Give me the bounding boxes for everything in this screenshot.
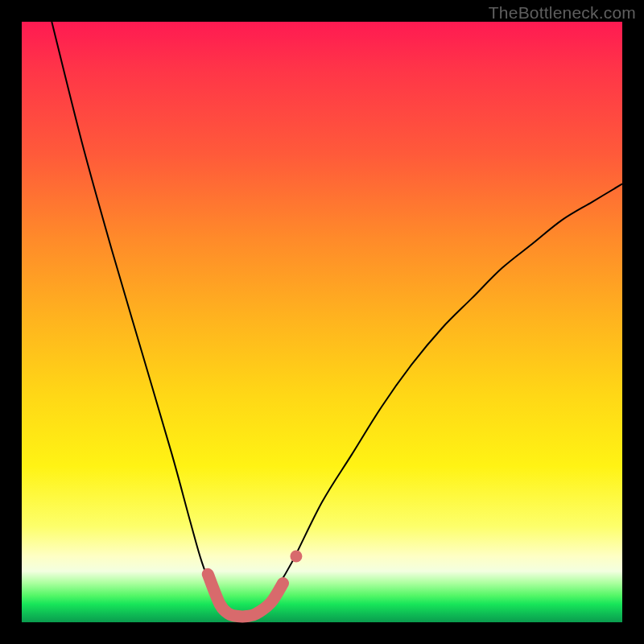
svg-point-0 [290,550,302,562]
bottleneck-curve [52,22,622,617]
optimal-range-highlight [208,550,302,616]
chart-frame: TheBottleneck.com [0,0,644,644]
watermark-text: TheBottleneck.com [489,3,636,23]
chart-svg [22,22,622,622]
